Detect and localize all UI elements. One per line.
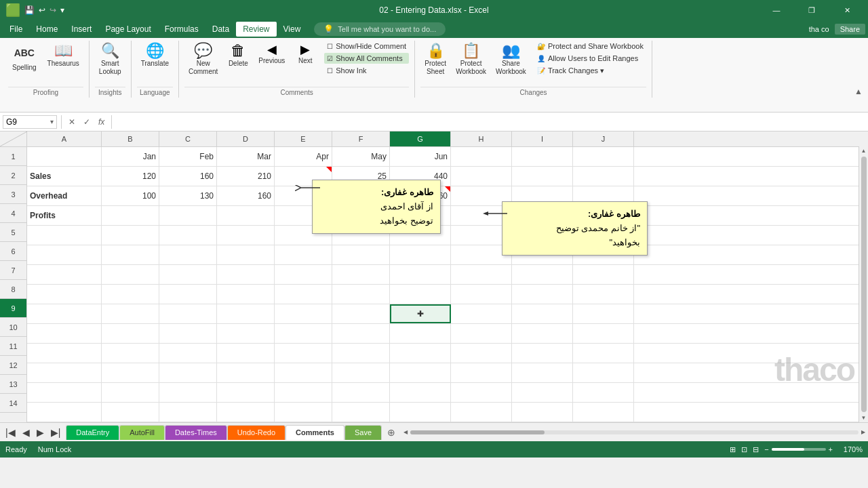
protect-share-workbook-btn[interactable]: 🔐 Protect and Share Workbook	[534, 41, 646, 52]
cell-b9[interactable]	[102, 304, 159, 323]
cell-f12[interactable]	[332, 363, 390, 382]
smart-lookup-button[interactable]: 🔍 SmartLookup	[95, 41, 125, 79]
cell-e12[interactable]	[275, 363, 332, 382]
show-all-comments-btn[interactable]: ☑ Show All Comments	[324, 53, 409, 64]
cell-h9[interactable]	[451, 304, 512, 323]
cell-a10[interactable]	[27, 324, 102, 343]
view-normal-icon[interactable]: ⊞	[730, 445, 736, 454]
sheet-tab-comments[interactable]: Comments	[285, 425, 344, 440]
cell-e7[interactable]	[275, 265, 332, 284]
cell-a3[interactable]: Overhead	[27, 186, 102, 205]
cell-a7[interactable]	[27, 265, 102, 284]
add-sheet-btn[interactable]: ⊕	[382, 426, 401, 439]
name-box-arrow[interactable]: ▾	[50, 118, 54, 125]
cell-j9[interactable]	[573, 304, 634, 323]
menu-page-layout[interactable]: Page Layout	[98, 22, 157, 37]
menu-formulas[interactable]: Formulas	[158, 22, 205, 37]
row-header-11[interactable]: 11	[0, 337, 26, 356]
cell-g1[interactable]: Jun	[390, 147, 451, 166]
cell-h2[interactable]	[451, 167, 512, 186]
view-break-icon[interactable]: ⊟	[753, 445, 759, 454]
cell-f14[interactable]	[332, 403, 390, 422]
cell-c11[interactable]	[159, 344, 217, 363]
sheet-tab-dates-times[interactable]: Dates-Times	[165, 425, 227, 440]
cell-a2[interactable]: Sales	[27, 167, 102, 186]
cell-d4[interactable]	[217, 206, 275, 225]
cell-i8[interactable]	[512, 285, 573, 304]
cell-c8[interactable]	[159, 285, 217, 304]
cell-a6[interactable]	[27, 245, 102, 264]
cancel-formula-btn[interactable]: ✕	[66, 116, 78, 128]
scroll-thumb-h[interactable]	[410, 430, 545, 434]
delete-comment-button[interactable]: 🗑 Delete	[223, 41, 253, 70]
redo-btn[interactable]: ↪	[50, 5, 56, 15]
row-header-3[interactable]: 3	[0, 185, 26, 204]
cell-a8[interactable]	[27, 285, 102, 304]
row-header-13[interactable]: 13	[0, 375, 26, 394]
cell-j11[interactable]	[573, 344, 634, 363]
cell-b13[interactable]	[102, 383, 159, 402]
track-changes-btn[interactable]: 📝 Track Changes ▾	[534, 65, 646, 77]
cell-b11[interactable]	[102, 344, 159, 363]
zoom-bar[interactable]	[772, 448, 826, 451]
col-header-c[interactable]: C	[159, 131, 217, 146]
cell-h12[interactable]	[451, 363, 512, 382]
cell-a9[interactable]	[27, 304, 102, 323]
cell-i1[interactable]	[512, 147, 573, 166]
cell-h8[interactable]	[451, 285, 512, 304]
previous-comment-button[interactable]: ◀ Previous	[254, 41, 289, 68]
cell-i10[interactable]	[512, 324, 573, 343]
col-header-e[interactable]: E	[275, 131, 332, 146]
cell-a11[interactable]	[27, 344, 102, 363]
cell-c1[interactable]: Feb	[159, 147, 217, 166]
scroll-down-btn[interactable]: ▼	[860, 413, 868, 422]
cell-i7[interactable]	[512, 265, 573, 284]
cell-b7[interactable]	[102, 265, 159, 284]
menu-home[interactable]: Home	[29, 22, 64, 37]
cell-e6[interactable]	[275, 245, 332, 264]
zoom-level[interactable]: 170%	[838, 445, 863, 453]
zoom-in-btn[interactable]: +	[829, 445, 833, 453]
show-hide-comment-btn[interactable]: ☐ Show/Hide Comment	[324, 41, 409, 52]
cell-j8[interactable]	[573, 285, 634, 304]
row-header-8[interactable]: 8	[0, 280, 26, 299]
cell-h11[interactable]	[451, 344, 512, 363]
cell-c7[interactable]	[159, 265, 217, 284]
cell-j10[interactable]	[573, 324, 634, 343]
row-header-6[interactable]: 6	[0, 242, 26, 261]
cell-j12[interactable]	[573, 363, 634, 382]
cell-h14[interactable]	[451, 403, 512, 422]
cell-i11[interactable]	[512, 344, 573, 363]
cell-j2[interactable]	[573, 167, 634, 186]
cell-c10[interactable]	[159, 324, 217, 343]
menu-insert[interactable]: Insert	[64, 22, 98, 37]
cell-c5[interactable]	[159, 226, 217, 245]
cell-b1[interactable]: Jan	[102, 147, 159, 166]
cell-d5[interactable]	[217, 226, 275, 245]
protect-sheet-button[interactable]: 🔒 ProtectSheet	[420, 41, 450, 79]
corner-cell[interactable]	[0, 131, 27, 146]
row-header-5[interactable]: 5	[0, 223, 26, 242]
row-header-10[interactable]: 10	[0, 318, 26, 337]
minimize-btn[interactable]: —	[761, 0, 792, 20]
scroll-thumb-v[interactable]	[861, 157, 867, 412]
cell-j7[interactable]	[573, 265, 634, 284]
new-comment-button[interactable]: 💬 NewComment	[184, 41, 222, 79]
cell-a4[interactable]: Profits	[27, 206, 102, 225]
cell-f13[interactable]	[332, 383, 390, 402]
row-header-2[interactable]: 2	[0, 166, 26, 185]
col-header-a[interactable]: A	[27, 131, 102, 146]
sheet-nav-prev[interactable]: ◀	[20, 426, 33, 439]
translate-button[interactable]: 🌐 Translate	[137, 41, 173, 70]
cell-c14[interactable]	[159, 403, 217, 422]
cell-h1[interactable]	[451, 147, 512, 166]
cell-g9[interactable]: ✚	[390, 304, 451, 323]
cell-f10[interactable]	[332, 324, 390, 343]
cell-e10[interactable]	[275, 324, 332, 343]
cell-d11[interactable]	[217, 344, 275, 363]
cell-d9[interactable]	[217, 304, 275, 323]
save-btn[interactable]: 💾	[24, 5, 35, 15]
cell-c13[interactable]	[159, 383, 217, 402]
next-comment-button[interactable]: ▶ Next	[290, 41, 320, 68]
cell-g14[interactable]	[390, 403, 451, 422]
